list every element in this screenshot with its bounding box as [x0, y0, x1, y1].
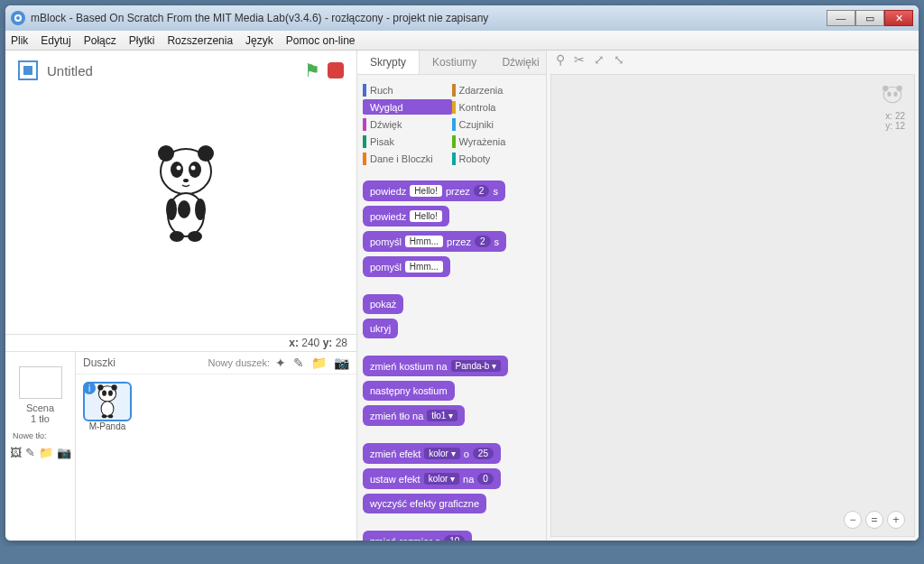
- zoom-reset-button[interactable]: =: [865, 511, 883, 529]
- svg-point-20: [108, 391, 113, 396]
- new-sprite-label: Nowy duszek:: [208, 357, 270, 368]
- svg-point-25: [882, 86, 888, 91]
- block-say[interactable]: powiedzHello!: [363, 206, 449, 227]
- svg-point-28: [893, 92, 897, 97]
- block-think[interactable]: pomyślHmm...: [363, 256, 450, 277]
- sprites-header: Duszki: [83, 356, 208, 369]
- category-roboty[interactable]: Roboty: [452, 151, 541, 166]
- svg-point-21: [101, 402, 114, 417]
- tab-scripts[interactable]: Skrypty: [357, 51, 420, 74]
- sprite-camera-icon[interactable]: 📷: [334, 356, 349, 370]
- block-change-effect[interactable]: zmień efektkolor ▾o25: [363, 443, 501, 464]
- window-title: mBlock - Based On Scratch From the MIT M…: [31, 12, 827, 24]
- block-say-for[interactable]: powiedzHello!przez2s: [363, 180, 505, 201]
- sprite-paint-icon[interactable]: ✎: [293, 356, 304, 370]
- cut-icon[interactable]: ✂: [574, 52, 585, 67]
- menubar: Plik Edytuj Połącz Płytki Rozszerzenia J…: [5, 31, 919, 51]
- menu-plik[interactable]: Plik: [11, 34, 28, 47]
- minimize-button[interactable]: —: [827, 10, 855, 26]
- menu-polacz[interactable]: Połącz: [84, 34, 116, 47]
- block-think-for[interactable]: pomyślHmm...przez2s: [363, 231, 506, 252]
- bg-upload-icon[interactable]: 📁: [39, 446, 53, 459]
- block-change-size[interactable]: zmień rozmiar o10: [363, 531, 472, 541]
- block-clear-effects[interactable]: wyczyść efekty graficzne: [363, 494, 486, 513]
- titlebar[interactable]: mBlock - Based On Scratch From the MIT M…: [5, 5, 919, 31]
- stage-area[interactable]: [5, 90, 356, 334]
- bg-paint-icon[interactable]: ✎: [25, 446, 35, 459]
- svg-point-23: [108, 414, 114, 418]
- svg-point-6: [189, 162, 201, 178]
- svg-point-22: [102, 414, 107, 418]
- svg-point-27: [887, 92, 891, 97]
- stamp-icon[interactable]: ⚲: [556, 52, 565, 67]
- zoom-out-button[interactable]: −: [844, 511, 862, 529]
- category-dźwięk[interactable]: Dźwięk: [363, 116, 452, 132]
- sprite-upload-icon[interactable]: 📁: [311, 356, 327, 370]
- stop-button[interactable]: [328, 62, 344, 79]
- svg-point-3: [158, 145, 174, 162]
- svg-point-4: [198, 145, 214, 162]
- svg-point-26: [897, 86, 902, 91]
- menu-plytki[interactable]: Płytki: [129, 34, 155, 47]
- category-czujniki[interactable]: Czujniki: [452, 116, 541, 132]
- svg-point-7: [177, 166, 181, 171]
- sprite-item[interactable]: i M-Panda: [83, 382, 132, 431]
- new-bg-label: Nowe tło:: [9, 431, 71, 440]
- bg-camera-icon[interactable]: 📷: [57, 446, 71, 459]
- tab-sounds[interactable]: Dźwięki: [489, 51, 551, 74]
- zoom-in-button[interactable]: +: [887, 511, 905, 529]
- block-categories: RuchWyglądDźwiękPisakDane i Bloczki Zdar…: [357, 75, 546, 175]
- scene-panel: Scena 1 tło Nowe tło: 🖼 ✎ 📁 📷: [5, 352, 76, 541]
- tab-costumes[interactable]: Kostiumy: [420, 51, 489, 74]
- svg-point-13: [195, 199, 206, 220]
- block-hide[interactable]: ukryj: [363, 319, 398, 338]
- shrink-icon[interactable]: ⤡: [614, 52, 624, 67]
- bg-library-icon[interactable]: 🖼: [10, 446, 22, 459]
- menu-jezyk[interactable]: Język: [245, 34, 273, 47]
- scene-bg-count: 1 tło: [9, 413, 71, 424]
- svg-point-11: [178, 200, 190, 218]
- menu-rozszerzenia[interactable]: Rozszerzenia: [167, 34, 233, 47]
- app-icon: [11, 11, 25, 25]
- stage-title: Untitled: [47, 63, 295, 79]
- category-ruch[interactable]: Ruch: [363, 82, 452, 97]
- scene-label: Scena: [9, 402, 71, 413]
- block-switch-bg[interactable]: zmień tło natło1 ▾: [363, 405, 465, 426]
- block-set-effect[interactable]: ustaw efektkolor ▾na0: [363, 468, 501, 489]
- block-switch-costume[interactable]: zmień kostium naPanda-b ▾: [363, 356, 508, 376]
- svg-point-9: [183, 179, 189, 182]
- sprite-on-stage[interactable]: [150, 144, 222, 247]
- green-flag-icon[interactable]: ⚑: [304, 60, 320, 81]
- blocks-list[interactable]: powiedzHello!przez2s powiedzHello! pomyś…: [357, 175, 546, 541]
- stage-coords: x: 240 y: 28: [5, 334, 356, 351]
- svg-point-17: [97, 384, 103, 390]
- category-wyrażenia[interactable]: Wyrażenia: [452, 134, 541, 149]
- sprite-info-icon[interactable]: i: [83, 382, 96, 394]
- category-pisak[interactable]: Pisak: [363, 134, 452, 149]
- category-wygląd[interactable]: Wygląd: [363, 99, 452, 115]
- close-button[interactable]: ✕: [884, 10, 913, 26]
- script-toolbar: ⚲ ✂ ⤢ ⤡: [556, 52, 624, 67]
- maximize-button[interactable]: ▭: [855, 10, 884, 26]
- category-dane i bloczki[interactable]: Dane i Bloczki: [363, 151, 452, 166]
- svg-point-14: [170, 231, 184, 242]
- menu-pomoc[interactable]: Pomoc on-line: [286, 34, 356, 47]
- grow-icon[interactable]: ⤢: [594, 52, 605, 67]
- category-zdarzenia[interactable]: Zdarzenia: [452, 82, 541, 97]
- scene-thumbnail[interactable]: [19, 366, 62, 399]
- block-next-costume[interactable]: następny kostium: [363, 381, 455, 401]
- svg-point-18: [111, 384, 116, 390]
- svg-point-15: [188, 231, 202, 242]
- svg-point-8: [191, 166, 196, 171]
- stage-size-toggle[interactable]: [18, 60, 38, 80]
- current-sprite-icon: [880, 82, 905, 107]
- script-pane: ⚲ ✂ ⤢ ⤡ x: 22y: 12 − = +: [547, 51, 919, 541]
- sprite-name: M-Panda: [83, 421, 132, 431]
- menu-edytuj[interactable]: Edytuj: [41, 34, 70, 47]
- script-area[interactable]: x: 22y: 12 − = +: [550, 74, 915, 537]
- svg-point-5: [171, 162, 183, 178]
- category-kontrola[interactable]: Kontrola: [452, 99, 541, 115]
- sprite-library-icon[interactable]: ✦: [275, 356, 286, 370]
- block-show[interactable]: pokaż: [363, 294, 403, 314]
- blocks-palette: Skrypty Kostiumy Dźwięki RuchWyglądDźwię…: [357, 51, 547, 541]
